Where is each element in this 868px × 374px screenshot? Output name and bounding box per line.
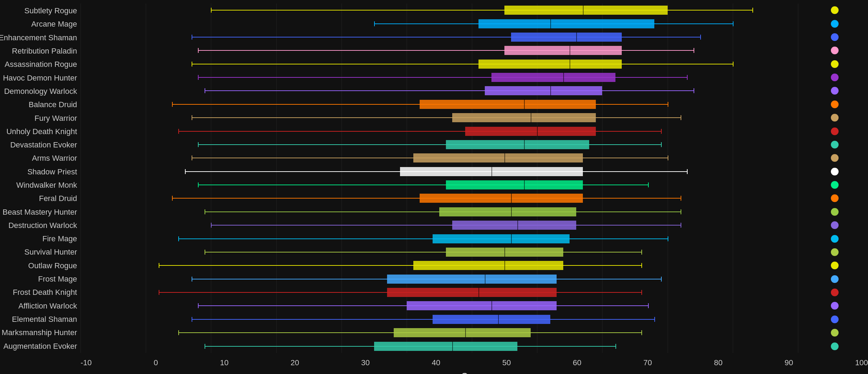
box-plot-row (81, 30, 798, 44)
box-row-inner (81, 167, 798, 176)
y-label: Balance Druid (29, 101, 77, 109)
whisker-cap-right (641, 330, 642, 335)
box-plot-row (81, 165, 798, 178)
box-row-inner (81, 86, 798, 96)
x-axis-tick-label: 80 (714, 358, 722, 367)
whisker-line (192, 64, 733, 64)
median-line (504, 153, 505, 163)
median-line (491, 167, 492, 176)
median-line (550, 19, 551, 29)
whisker-cap-right (661, 142, 662, 147)
whisker-cap-left (198, 75, 199, 80)
box-row-inner (81, 207, 798, 217)
x-axis-tick-label: 90 (785, 358, 793, 367)
iqr-box (491, 73, 615, 82)
box-plot-row (81, 84, 798, 97)
x-axis-tick-label: 100 (855, 358, 868, 367)
whisker-cap-left (198, 48, 199, 53)
box-plot-row (81, 17, 798, 30)
whisker-cap-left (192, 115, 192, 120)
box-row-inner (81, 59, 798, 69)
iqr-box (394, 328, 531, 337)
median-line (583, 5, 584, 15)
whisker-cap-left (178, 330, 179, 335)
box-row-inner (81, 341, 798, 351)
whisker-line (211, 10, 752, 11)
box-row-inner (81, 126, 798, 136)
whisker-line (192, 117, 681, 118)
x-axis-tick-label: 60 (573, 358, 581, 367)
box-row-inner (81, 220, 798, 230)
median-line (465, 328, 466, 338)
whisker-line (192, 319, 655, 320)
y-label: Elemental Shaman (12, 316, 77, 323)
whisker-cap-left (192, 277, 192, 282)
box-plot-row (81, 245, 798, 259)
outlier-dot (831, 342, 839, 350)
whisker-cap-right (733, 62, 733, 67)
outlier-dot (831, 194, 839, 202)
box-plot-row (81, 259, 798, 272)
whisker-cap-left (211, 8, 212, 13)
median-line (550, 86, 551, 96)
whisker-cap-right (681, 223, 681, 228)
whisker-cap-right (752, 8, 753, 13)
outlier-dot (831, 289, 839, 296)
box-plot-row (81, 219, 798, 232)
iqr-box (504, 6, 667, 15)
x-axis-tick-label: 20 (290, 358, 299, 367)
median-line (511, 234, 512, 244)
whisker-cap-left (159, 263, 159, 268)
median-line (511, 193, 512, 203)
whisker-cap-left (205, 344, 205, 349)
whisker-cap-right (681, 196, 681, 201)
y-label: Beast Mastery Hunter (2, 208, 77, 216)
whisker-line (192, 37, 700, 37)
box-plot-row (81, 111, 798, 124)
whisker-cap-left (198, 303, 199, 308)
whisker-cap-left (172, 196, 173, 201)
whisker-cap-left (198, 142, 199, 147)
x-axis-tick-label: -10 (81, 358, 92, 367)
box-plot-row (81, 286, 798, 299)
box-plot-row (81, 138, 798, 151)
whisker-cap-right (694, 48, 694, 53)
box-plot-row (81, 272, 798, 286)
iqr-box (446, 180, 583, 189)
median-line (570, 46, 570, 55)
outlier-dot (831, 47, 839, 54)
x-axis-tick-label: 10 (220, 358, 228, 367)
whisker-cap-left (178, 129, 179, 134)
whisker-cap-right (641, 263, 642, 268)
y-label: Unholy Death Knight (6, 128, 77, 136)
x-axis-tick-label: 70 (643, 358, 652, 367)
outlier-dot (831, 20, 839, 28)
y-label: Havoc Demon Hunter (3, 74, 77, 82)
median-line (537, 126, 538, 136)
box-row-inner (81, 140, 798, 150)
iqr-box (374, 342, 518, 351)
outlier-dot (831, 262, 839, 269)
median-line (524, 140, 525, 150)
box-row-inner (81, 247, 798, 257)
iqr-box (433, 315, 550, 324)
whisker-cap-left (192, 155, 192, 160)
box-row-inner (81, 72, 798, 82)
median-line (576, 32, 577, 42)
whisker-line (205, 90, 694, 91)
outlier-dot (831, 74, 839, 81)
box-row-inner (81, 19, 798, 29)
whisker-cap-right (641, 250, 642, 255)
whisker-line (178, 238, 667, 239)
box-plot-row (81, 232, 798, 245)
whisker-cap-left (159, 290, 159, 295)
plot-area (81, 4, 798, 353)
y-label: Assassination Rogue (5, 61, 77, 68)
box-row-inner (81, 5, 798, 15)
whisker-line (198, 144, 661, 145)
iqr-box (387, 275, 557, 284)
whisker-cap-right (694, 88, 694, 93)
y-label: Arcane Mage (31, 20, 77, 28)
outlier-dot (831, 114, 839, 122)
whisker-cap-left (172, 102, 173, 107)
